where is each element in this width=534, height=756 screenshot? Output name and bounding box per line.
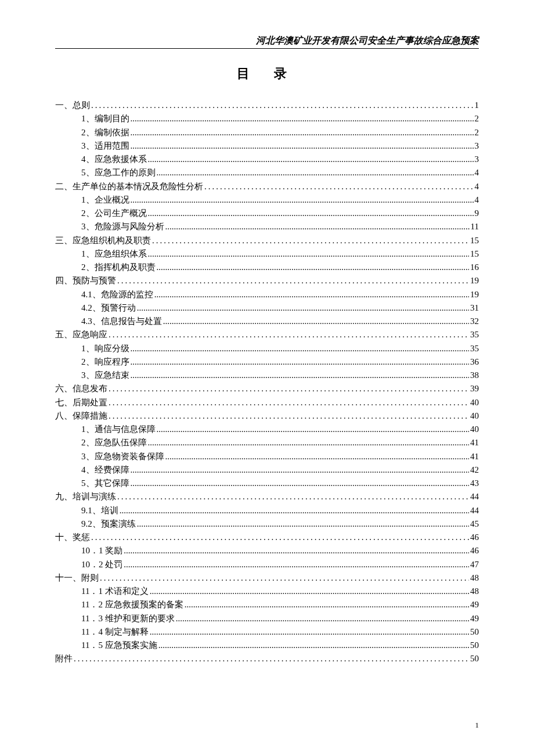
toc-leader-dots (131, 463, 470, 477)
toc-entry[interactable]: 1、响应分级35 (81, 342, 479, 355)
toc-entry[interactable]: 10．1 奖励46 (81, 544, 479, 557)
toc-entry[interactable]: 4、经费保障42 (81, 463, 479, 477)
toc-entry-page: 2 (475, 126, 479, 139)
toc-entry[interactable]: 1、通信与信息保障40 (81, 423, 479, 436)
toc-entry[interactable]: 3、应急结束38 (81, 369, 479, 382)
toc-leader-dots (165, 450, 470, 463)
toc-entry[interactable]: 八、保障措施40 (55, 409, 479, 423)
toc-entry[interactable]: 四、预防与预警19 (55, 274, 479, 287)
toc-entry-label: 11．5 应急预案实施 (81, 639, 157, 652)
toc-entry-page: 2 (475, 112, 479, 125)
toc-entry[interactable]: 九、培训与演练44 (55, 490, 479, 503)
toc-leader-dots (131, 369, 470, 382)
toc-entry-label: 11．4 制定与解释 (81, 625, 149, 639)
toc-entry-page: 15 (470, 234, 479, 247)
toc-entry[interactable]: 附件50 (55, 652, 479, 665)
toc-entry-page: 15 (470, 247, 479, 261)
toc-entry[interactable]: 11．2 应急救援预案的备案49 (81, 598, 479, 611)
toc-entry-label: 11．2 应急救援预案的备案 (81, 598, 183, 611)
toc-entry-page: 1 (475, 99, 479, 112)
toc-entry[interactable]: 3、适用范围3 (81, 139, 479, 153)
toc-entry[interactable]: 4.1、危险源的监控19 (81, 288, 479, 301)
toc-entry[interactable]: 2、指挥机构及职责16 (81, 261, 479, 274)
toc-leader-dots (154, 288, 469, 301)
toc-entry-page: 4 (475, 193, 479, 207)
toc-entry[interactable]: 七、后期处置40 (55, 396, 479, 409)
toc-entry-page: 48 (470, 585, 479, 598)
toc-entry-label: 三、应急组织机构及职责 (55, 234, 151, 247)
toc-leader-dots (120, 504, 469, 517)
toc-entry[interactable]: 六、信息发布39 (55, 382, 479, 395)
toc-entry-page: 32 (470, 315, 479, 328)
toc-entry[interactable]: 3、危险源与风险分析11 (81, 220, 479, 233)
toc-entry[interactable]: 2、应急队伍保障41 (81, 436, 479, 449)
toc-entry-label: 4.3、信息报告与处置 (81, 315, 162, 328)
toc-leader-dots (157, 423, 470, 436)
toc-entry[interactable]: 5、应急工作的原则4 (81, 166, 479, 179)
toc-entry-page: 45 (470, 517, 479, 531)
toc-leader-dots (131, 477, 470, 490)
toc-entry[interactable]: 11．5 应急预案实施50 (81, 639, 479, 652)
toc-entry[interactable]: 1、应急组织体系15 (81, 247, 479, 261)
toc-leader-dots (148, 153, 474, 166)
toc-entry[interactable]: 4.2、预警行动31 (81, 301, 479, 315)
toc-entry-page: 16 (470, 261, 479, 274)
toc-leader-dots (109, 328, 469, 341)
toc-entry[interactable]: 11．4 制定与解释50 (81, 625, 479, 639)
toc-entry-label: 十、奖惩 (55, 531, 90, 544)
toc-leader-dots (117, 274, 469, 287)
toc-leader-dots (137, 517, 469, 531)
toc-entry-page: 19 (470, 274, 479, 287)
toc-entry-label: 二、生产单位的基本情况及危险性分析 (55, 180, 203, 193)
toc-leader-dots (109, 382, 469, 395)
toc-entry-page: 40 (470, 409, 479, 423)
toc-entry-page: 47 (470, 558, 479, 571)
toc-entry-label: 四、预防与预警 (55, 274, 116, 287)
toc-leader-dots (148, 207, 474, 220)
toc-entry[interactable]: 2、响应程序36 (81, 355, 479, 369)
toc-entry-page: 50 (470, 652, 479, 665)
toc-entry-label: 七、后期处置 (55, 396, 107, 409)
toc-entry[interactable]: 11．3 维护和更新的要求49 (81, 612, 479, 625)
toc-entry-label: 10．1 奖励 (81, 544, 122, 557)
toc-heading: 目 录 (55, 65, 479, 82)
toc-entry[interactable]: 十一、附则48 (55, 571, 479, 585)
toc-entry-page: 40 (470, 396, 479, 409)
toc-entry[interactable]: 4、应急救援体系3 (81, 153, 479, 166)
toc-entry-label: 4.1、危险源的监控 (81, 288, 153, 301)
toc-entry-label: 5、应急工作的原则 (81, 166, 156, 179)
toc-entry-page: 4 (475, 180, 479, 193)
toc-entry[interactable]: 十、奖惩46 (55, 531, 479, 544)
toc-leader-dots (131, 342, 470, 355)
toc-entry-page: 40 (470, 423, 479, 436)
toc-entry[interactable]: 1、编制目的2 (81, 112, 479, 125)
toc-entry-label: 2、公司生产概况 (81, 207, 147, 220)
page-number: 1 (475, 721, 479, 730)
toc-entry-label: 9.1、培训 (81, 504, 118, 517)
toc-entry-page: 19 (470, 288, 479, 301)
toc-entry[interactable]: 五、应急响应35 (55, 328, 479, 341)
toc-entry-label: 4.2、预警行动 (81, 301, 136, 315)
toc-entry[interactable]: 2、编制依据2 (81, 126, 479, 139)
toc-entry[interactable]: 4.3、信息报告与处置32 (81, 315, 479, 328)
toc-entry-page: 11 (471, 220, 479, 233)
toc-entry[interactable]: 二、生产单位的基本情况及危险性分析4 (55, 180, 479, 193)
toc-entry[interactable]: 9.1、培训44 (81, 504, 479, 517)
toc-entry[interactable]: 1、企业概况4 (81, 193, 479, 207)
toc-entry[interactable]: 2、公司生产概况9 (81, 207, 479, 220)
toc-entry[interactable]: 10．2 处罚47 (81, 558, 479, 571)
toc-entry[interactable]: 三、应急组织机构及职责15 (55, 234, 479, 247)
toc-leader-dots (150, 585, 469, 598)
toc-entry-page: 38 (470, 369, 479, 382)
toc-entry-page: 35 (470, 328, 479, 341)
toc-entry[interactable]: 5、其它保障43 (81, 477, 479, 490)
toc-entry[interactable]: 3、应急物资装备保障41 (81, 450, 479, 463)
toc-entry[interactable]: 11．1 术语和定义48 (81, 585, 479, 598)
toc-entry[interactable]: 一、总则1 (55, 99, 479, 112)
toc-leader-dots (131, 355, 470, 369)
toc-entry[interactable]: 9.2、预案演练45 (81, 517, 479, 531)
toc-entry-label: 4、应急救援体系 (81, 153, 147, 166)
toc-entry-page: 50 (470, 639, 479, 652)
document-page: 河北华澳矿业开发有限公司安全生产事故综合应急预案 目 录 一、总则11、编制目的… (0, 0, 534, 756)
toc-entry-label: 4、经费保障 (81, 463, 129, 477)
